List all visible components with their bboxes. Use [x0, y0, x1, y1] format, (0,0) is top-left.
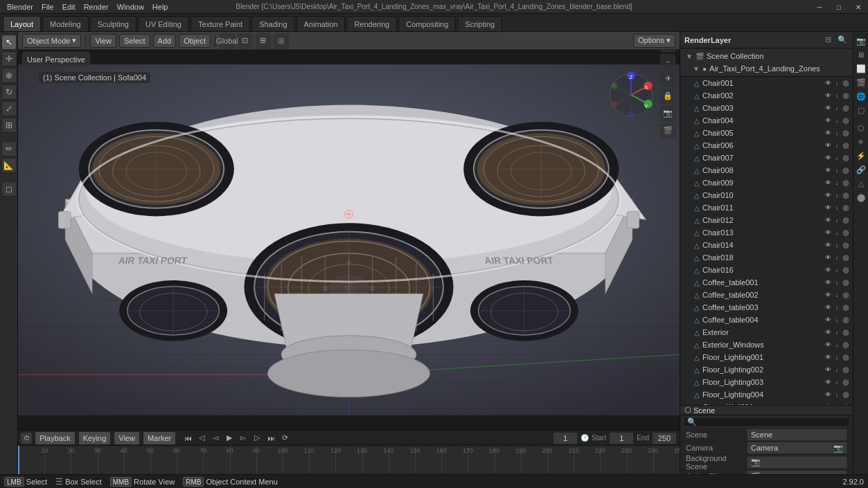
loop-btn[interactable]: ⟳ — [278, 432, 291, 444]
scene-props-icon[interactable]: 🎬 — [855, 76, 867, 89]
outliner-item[interactable]: △ Chair013 👁 ↓ ⬤ — [680, 226, 853, 239]
outliner-item[interactable]: △ Coffee_table003 👁 ↓ ⬤ — [680, 301, 853, 314]
background-value[interactable]: 📷 — [747, 456, 847, 469]
timeline-ruler[interactable]: 1102030405060708090100110120130140150160… — [18, 446, 680, 474]
menu-edit[interactable]: Edit — [58, 0, 80, 14]
outliner-item[interactable]: △ Coffee_table002 👁 ↓ ⬤ — [680, 289, 853, 301]
jump-end-btn[interactable]: ⏭ — [265, 432, 277, 444]
object-props-icon[interactable]: ▢ — [855, 104, 867, 116]
tab-compositing[interactable]: Compositing — [398, 16, 456, 31]
outliner-item[interactable]: △ Coffee_table001 👁 ↓ ⬤ — [680, 276, 853, 289]
maximize-btn[interactable]: □ — [829, 0, 849, 14]
menu-help[interactable]: Help — [148, 0, 172, 14]
outliner-item[interactable]: △ Chair016 👁 ↓ ⬤ — [680, 264, 853, 276]
outliner-item[interactable]: △ Floor_Lighting001 👁 ↓ ⬤ — [680, 351, 853, 363]
outliner-item[interactable]: △ Chair007 👁 ↓ ⬤ — [680, 152, 853, 164]
mode-selector[interactable]: Object Mode ▾ — [22, 34, 81, 48]
camera-value[interactable]: Camera 📷 — [747, 442, 847, 454]
outliner-item[interactable]: △ Chair004 👁 ↓ ⬤ — [680, 114, 853, 127]
outliner-item[interactable]: △ Chair012 👁 ↓ ⬤ — [680, 214, 853, 226]
main-viewport[interactable]: AIR TAXI PORT AIR TAXI PORT User Perspec… — [18, 50, 680, 430]
next-frame-btn[interactable]: ▷ — [251, 432, 263, 444]
outliner-item[interactable]: △ Chair014 👁 ↓ ⬤ — [680, 239, 853, 251]
tab-texture-paint[interactable]: Texture Paint — [191, 16, 250, 31]
tool-move[interactable]: ⊕ — [1, 68, 17, 83]
physics-props-icon[interactable]: ⚡ — [855, 150, 867, 162]
menu-window[interactable]: Window — [113, 0, 148, 14]
outliner-item[interactable]: △ Chair001 👁 ↓ ⬤ — [680, 77, 853, 89]
tab-animation[interactable]: Animation — [296, 16, 346, 31]
view-menu-tl[interactable]: View — [114, 431, 140, 445]
global-transform[interactable]: Global — [220, 33, 235, 48]
tool-annotate[interactable]: ✏ — [1, 141, 17, 156]
zoom-out-icon[interactable]: − — [660, 54, 675, 69]
tab-modeling[interactable]: Modeling — [42, 16, 89, 31]
outliner-item[interactable]: △ Chair003 👁 ↓ ⬤ — [680, 102, 853, 114]
filter-icon[interactable]: ⊟ — [822, 34, 834, 46]
gizmo[interactable]: X Y Z — [607, 71, 655, 119]
particle-props-icon[interactable]: ✳ — [855, 136, 867, 148]
end-frame[interactable]: 250 — [652, 432, 677, 444]
world-props-icon[interactable]: 🌐 — [855, 90, 867, 102]
tool-add[interactable]: ◻ — [1, 181, 17, 197]
current-frame[interactable]: 1 — [553, 432, 578, 444]
outliner-item[interactable]: △ Exterior 👁 ↓ ⬤ — [680, 326, 853, 338]
view-layer-icon[interactable]: ⬜ — [855, 62, 867, 75]
collection-item[interactable]: ▼ ● Air_Taxi_Port_4_Landing_Zones — [683, 62, 850, 75]
prev-keyframe-btn[interactable]: ◅ — [209, 432, 222, 444]
tab-layout[interactable]: Layout — [3, 16, 41, 31]
render-icon[interactable]: 🎬 — [660, 123, 675, 138]
tool-select[interactable]: ↖ — [1, 35, 17, 50]
keying-menu[interactable]: Keying — [78, 431, 112, 445]
prev-frame-btn[interactable]: ◁ — [195, 432, 208, 444]
properties-search[interactable]: 🔍 — [683, 417, 850, 427]
scene-collection-root[interactable]: ▼ 🎬 Scene Collection — [683, 50, 850, 62]
output-props-icon[interactable]: 🖥 — [855, 48, 867, 61]
search-icon[interactable]: 🔍 — [836, 34, 849, 46]
tab-uv-editing[interactable]: UV Editing — [138, 16, 189, 31]
add-menu[interactable]: Add — [153, 34, 177, 48]
tool-transform[interactable]: ⊞ — [1, 118, 17, 133]
outliner-item[interactable]: △ Chair005 👁 ↓ ⬤ — [680, 127, 853, 139]
tab-rendering[interactable]: Rendering — [346, 16, 397, 31]
start-frame[interactable]: 1 — [609, 432, 634, 444]
outliner-item[interactable]: △ Floor_Lighting002 👁 ↓ ⬤ — [680, 363, 853, 376]
properties-search-input[interactable] — [699, 418, 846, 426]
proportional-editing[interactable]: ◎ — [274, 33, 289, 48]
camera-view-icon[interactable]: 📷 — [660, 106, 675, 121]
tool-scale[interactable]: ⤢ — [1, 101, 17, 116]
menu-file[interactable]: File — [37, 0, 58, 14]
tool-measure[interactable]: 📐 — [1, 158, 17, 173]
tab-scripting[interactable]: Scripting — [457, 16, 502, 31]
outliner-item[interactable]: △ Chair011 👁 ↓ ⬤ — [680, 201, 853, 214]
outliner-item[interactable]: △ Chair006 👁 ↓ ⬤ — [680, 139, 853, 152]
modifier-props-icon[interactable]: ⬡ — [855, 122, 867, 134]
outliner-item[interactable]: △ Floor_Lighting004 👁 ↓ ⬤ — [680, 388, 853, 401]
minimize-btn[interactable]: ─ — [810, 0, 829, 14]
marker-menu[interactable]: Marker — [143, 431, 176, 445]
tab-shading[interactable]: Shading — [251, 16, 294, 31]
menu-blender[interactable]: Blender — [3, 0, 37, 14]
outliner-item[interactable]: △ Chair009 👁 ↓ ⬤ — [680, 177, 853, 189]
outliner-item[interactable]: △ Exterior_Windows 👁 ↓ ⬤ — [680, 338, 853, 351]
play-btn[interactable]: ▶ — [223, 432, 236, 444]
lock-icon[interactable]: 🔒 — [660, 89, 675, 104]
render-props-icon[interactable]: 📷 — [855, 35, 867, 47]
view-menu[interactable]: View — [90, 34, 116, 48]
menu-render[interactable]: Render — [80, 0, 113, 14]
outliner-item[interactable]: △ Chair018 👁 ↓ ⬤ — [680, 251, 853, 264]
data-props-icon[interactable]: △ — [855, 177, 867, 190]
options-btn[interactable]: Options ▾ — [633, 34, 675, 48]
close-btn[interactable]: ✕ — [849, 0, 868, 14]
outliner-item[interactable]: △ Coffee_table004 👁 ↓ ⬤ — [680, 314, 853, 326]
outliner-item[interactable]: △ Chair010 👁 ↓ ⬤ — [680, 189, 853, 201]
outliner-item[interactable]: △ Floor_Lighting003 👁 ↓ ⬤ — [680, 376, 853, 388]
jump-start-btn[interactable]: ⏮ — [181, 432, 194, 444]
select-menu[interactable]: Select — [119, 34, 150, 48]
fly-icon[interactable]: ✈ — [660, 71, 675, 87]
zoom-in-icon[interactable]: + — [660, 50, 675, 52]
scene-prop-value[interactable]: Scene — [747, 428, 847, 441]
playback-menu[interactable]: Playback — [35, 431, 76, 445]
object-menu[interactable]: Object — [179, 34, 211, 48]
view-perspective-btn[interactable]: User Perspective — [22, 52, 90, 67]
